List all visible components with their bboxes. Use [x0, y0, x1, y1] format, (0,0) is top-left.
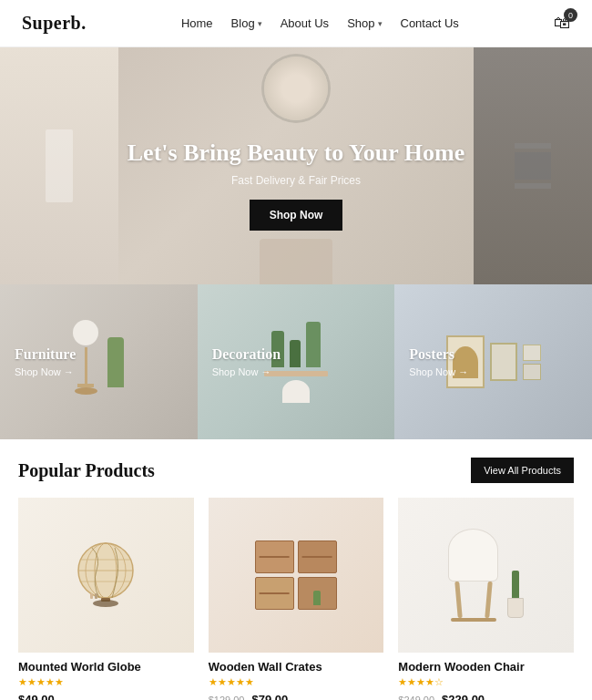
globe-svg: [65, 534, 147, 616]
furniture-overlay: Furniture Shop Now →: [0, 284, 198, 439]
hero-right-panel: [474, 47, 592, 284]
product-card-globe[interactable]: Mounted World Globe ★★★★★ $49.00: [18, 498, 194, 700]
hero-sunburst-decor: [264, 57, 328, 120]
hero-heading: Let's Bring Beauty to Your Home: [128, 138, 465, 169]
chevron-down-icon: ▾: [258, 19, 262, 28]
category-title: Decoration: [212, 346, 381, 363]
categories-grid: Furniture Shop Now → Decoration Shop Now…: [0, 284, 592, 439]
price-wrap: $129.00 $79.00: [209, 691, 384, 700]
site-logo: Superb.: [22, 13, 87, 34]
hero-subheading: Fast Delivery & Fair Prices: [128, 174, 465, 187]
plant-pot-decor: [507, 571, 524, 618]
cart-badge: 0: [564, 8, 577, 22]
hero-cta-button[interactable]: Shop Now: [250, 200, 343, 231]
popular-products-section: Popular Products View All Products: [0, 439, 592, 700]
category-decoration[interactable]: Decoration Shop Now →: [198, 284, 395, 439]
price-wrap: $249.00 $229.00: [398, 691, 574, 700]
product-price-current: $229.00: [442, 693, 485, 700]
nav-home[interactable]: Home: [181, 16, 213, 30]
product-price-current: $79.00: [251, 693, 288, 700]
products-grid: Mounted World Globe ★★★★★ $49.00: [18, 498, 574, 700]
category-posters[interactable]: Posters Shop Now →: [394, 284, 592, 439]
crates-decor: [255, 540, 337, 610]
product-name: Modern Wooden Chair: [398, 660, 574, 674]
product-price-original: $249.00: [398, 695, 434, 700]
cart-button[interactable]: 🛍 0: [554, 14, 570, 33]
product-card-chair[interactable]: Modern Wooden Chair ★★★★☆ $249.00 $229.0…: [398, 498, 574, 700]
hero-decor-left: [46, 129, 73, 202]
chevron-down-icon: ▾: [378, 19, 383, 28]
posters-overlay: Posters Shop Now →: [394, 284, 592, 439]
chair-scene: [448, 529, 524, 622]
svg-rect-9: [95, 593, 97, 599]
nav-about[interactable]: About Us: [281, 16, 329, 30]
category-title: Posters: [409, 346, 577, 363]
category-title: Furniture: [15, 346, 183, 363]
nav-contact[interactable]: Contact Us: [401, 16, 459, 30]
hero-decor-right: [515, 143, 551, 189]
product-name: Mounted World Globe: [18, 660, 194, 674]
hero-table-decor: [260, 239, 332, 284]
nav-shop[interactable]: Shop ▾: [347, 16, 382, 30]
category-link[interactable]: Shop Now →: [409, 366, 577, 377]
product-stars: ★★★★☆: [398, 676, 574, 688]
category-link[interactable]: Shop Now →: [15, 366, 183, 377]
product-stars: ★★★★★: [209, 676, 384, 688]
product-name: Wooden Wall Crates: [209, 660, 384, 674]
product-image-crates: [209, 498, 384, 653]
product-image-globe: [18, 498, 194, 653]
svg-rect-8: [90, 593, 93, 599]
product-price: $49.00: [18, 693, 55, 700]
view-all-button[interactable]: View All Products: [471, 458, 574, 483]
product-card-crates[interactable]: Wooden Wall Crates ★★★★★ $129.00 $79.00: [209, 498, 384, 700]
main-nav: Home Blog ▾ About Us Shop ▾ Contact Us: [181, 16, 459, 30]
svg-point-7: [93, 600, 118, 607]
product-stars: ★★★★★: [18, 676, 194, 688]
hero-left-panel: [0, 47, 118, 284]
hero-section: Let's Bring Beauty to Your Home Fast Del…: [0, 47, 592, 284]
popular-header: Popular Products View All Products: [18, 458, 574, 483]
category-furniture[interactable]: Furniture Shop Now →: [0, 284, 198, 439]
product-image-chair: [398, 498, 574, 653]
price-wrap: $49.00: [18, 691, 194, 700]
hero-content: Let's Bring Beauty to Your Home Fast Del…: [128, 138, 465, 231]
decoration-overlay: Decoration Shop Now →: [198, 284, 395, 439]
category-link[interactable]: Shop Now →: [212, 366, 381, 377]
nav-blog[interactable]: Blog ▾: [231, 16, 262, 30]
site-header: Superb. Home Blog ▾ About Us Shop ▾ Cont…: [0, 0, 592, 47]
popular-title: Popular Products: [18, 460, 155, 481]
product-price-original: $129.00: [209, 695, 245, 700]
hero-main: Let's Bring Beauty to Your Home Fast Del…: [118, 47, 474, 284]
chair-deco: [448, 529, 498, 622]
